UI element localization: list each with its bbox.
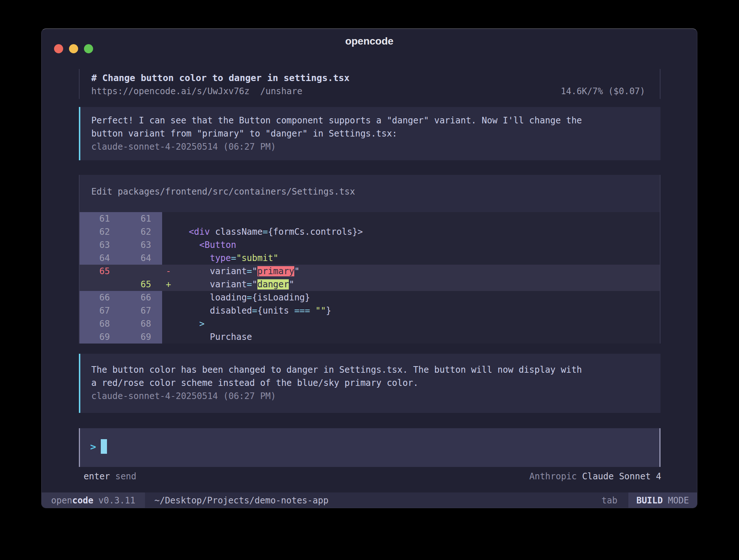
diff-marker	[162, 252, 178, 265]
code-token: type	[210, 253, 231, 263]
close-button[interactable]	[54, 44, 63, 53]
code-token: {isLoading}	[252, 292, 310, 303]
traffic-lights	[54, 44, 93, 53]
diff-marker	[162, 330, 178, 344]
session-title: # Change button color to danger in setti…	[91, 71, 660, 85]
code-token: "	[252, 266, 257, 276]
code-token: >	[199, 319, 204, 329]
diff-line-number-old: 69	[80, 330, 121, 344]
diff-line-number-old	[80, 278, 121, 291]
code-token: loading	[178, 292, 247, 303]
diff-line-number-new: 68	[121, 317, 162, 330]
diff-code-line: variant="danger"	[178, 278, 294, 291]
status-bar: opencodev0.3.11 ~/Desktop/Projects/demo-…	[42, 492, 697, 508]
code-token: Purchase	[178, 332, 252, 342]
code-token: "	[294, 266, 299, 276]
app-name-open: open	[51, 495, 72, 506]
app-version: v0.3.11	[99, 495, 135, 506]
assistant-message: Perfect! I can see that the Button compo…	[79, 107, 660, 160]
code-token: =	[231, 253, 236, 263]
diff-line-number-old: 62	[80, 225, 121, 238]
diff-line-number-old: 66	[80, 291, 121, 304]
assistant-message-text: Perfect! I can see that the Button compo…	[91, 114, 650, 140]
tab-key-hint[interactable]: tab	[602, 492, 617, 508]
code-token: disabled	[178, 306, 252, 316]
code-token: }	[326, 306, 331, 316]
model-indicator: Anthropic Claude Sonnet 4	[529, 470, 661, 483]
diff-line-number-new: 67	[121, 304, 162, 317]
diff-marker: +	[162, 278, 178, 291]
diff-code-line: Purchase	[178, 330, 252, 344]
window-title: opencode	[42, 35, 697, 47]
diff-row: 6969 Purchase	[80, 330, 660, 344]
mode-label-bold: BUILD	[636, 495, 663, 506]
assistant-message-meta: claude-sonnet-4-20250514 (06:27 PM)	[91, 390, 650, 403]
diff-line-number-old: 67	[80, 304, 121, 317]
prompt-line: >	[90, 438, 659, 454]
diff-line-number-new	[121, 265, 162, 278]
code-token: className	[210, 227, 263, 237]
mode-segment[interactable]: BUILDMODE	[628, 492, 697, 508]
app-name-code: code	[72, 495, 93, 506]
diff-marker	[162, 317, 178, 330]
diff-code-line: variant="primary"	[178, 265, 299, 278]
diff-code-line: loading={isLoading}	[178, 291, 310, 304]
assistant-message-text: The button color has been changed to dan…	[91, 363, 650, 390]
diff-code-line: <Button	[178, 238, 236, 252]
diff-code-area	[162, 212, 660, 225]
diff-line-number-new: 69	[121, 330, 162, 344]
zoom-button[interactable]	[84, 44, 93, 53]
code-token: primary	[257, 266, 294, 276]
code-token	[178, 319, 199, 329]
diff-line-number-new: 66	[121, 291, 162, 304]
code-token: {formCs.controls}>	[268, 227, 363, 237]
diff-code-area: type="submit"	[162, 252, 660, 265]
diff-line-number-new: 61	[121, 212, 162, 225]
minimize-button[interactable]	[69, 44, 78, 53]
diff-marker	[162, 304, 178, 317]
code-token: "	[252, 279, 257, 289]
diff-code-area: Purchase	[162, 330, 660, 344]
statusbar-spacer	[329, 492, 602, 508]
code-token: =	[247, 279, 252, 289]
diff-code-line: <div className={formCs.controls}>	[178, 225, 363, 238]
code-token	[178, 227, 189, 237]
diff-line-number-old: 61	[80, 212, 121, 225]
code-token: danger	[257, 279, 289, 289]
code-token: variant	[178, 266, 247, 276]
diff-code-area: <Button	[162, 238, 660, 252]
text-cursor	[101, 439, 107, 454]
provider-name: Anthropic	[529, 471, 577, 482]
code-token: variant	[178, 279, 247, 289]
share-url[interactable]: https://opencode.ai/s/UwJxv76z	[91, 86, 249, 96]
prompt-symbol: >	[90, 441, 96, 452]
mode-label-rest: MODE	[668, 495, 689, 506]
code-token: =	[247, 292, 252, 303]
unshare-command[interactable]: /unshare	[260, 86, 302, 96]
code-token: =	[252, 306, 257, 316]
diff-table: 61616262 <div className={formCs.controls…	[80, 212, 660, 344]
diff-line-number-old: 63	[80, 238, 121, 252]
diff-line-number-new: 64	[121, 252, 162, 265]
diff-row: 6767 disabled={units === ""}	[80, 304, 660, 317]
prompt-input[interactable]: >	[79, 428, 660, 467]
token-usage: 14.6K/7% ($0.07)	[561, 85, 645, 98]
diff-row: 6464 type="submit"	[80, 252, 660, 265]
diff-marker	[162, 238, 178, 252]
diff-row: 6666 loading={isLoading}	[80, 291, 660, 304]
diff-line-number-new: 65	[121, 278, 162, 291]
diff-code-area: loading={isLoading}	[162, 291, 660, 304]
code-token: "	[289, 279, 294, 289]
diff-code-area: - variant="primary"	[162, 265, 660, 278]
code-token: =	[263, 227, 268, 237]
enter-key-hint: enter	[84, 471, 110, 482]
session-share-row: https://opencode.ai/s/UwJxv76z/unshare 1…	[91, 85, 660, 98]
code-token	[178, 240, 199, 250]
model-name: Claude Sonnet 4	[582, 471, 661, 482]
diff-code-area: <div className={formCs.controls}>	[162, 225, 660, 238]
hint-row: enter send Anthropic Claude Sonnet 4	[84, 470, 661, 483]
diff-code-area: >	[162, 317, 660, 330]
titlebar: opencode	[42, 29, 697, 54]
diff-code-line: type="submit"	[178, 252, 279, 265]
diff-marker	[162, 291, 178, 304]
